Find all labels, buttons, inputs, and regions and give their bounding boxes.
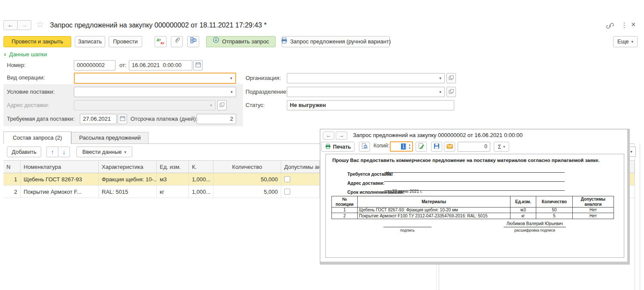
preview-button[interactable]: [359, 142, 370, 152]
chevron-down-icon: ▾: [125, 147, 127, 157]
forward-button[interactable]: →: [336, 131, 347, 140]
doc-address-label: Адрес доставки:: [347, 180, 385, 186]
doc-delivery-required-value: Нет: [384, 166, 565, 173]
chevron-down-icon: ▾: [631, 37, 633, 47]
department-open-button[interactable]: [447, 87, 456, 97]
back-button[interactable]: ←: [3, 20, 18, 30]
doc-deadline-value: до 27 июня 2021 г.: [384, 184, 565, 191]
forward-icon: →: [21, 21, 27, 28]
page-edge-line: [436, 265, 437, 290]
post-button[interactable]: Провести: [109, 36, 142, 47]
cell-n[interactable]: 2: [3, 186, 21, 198]
email-button[interactable]: [444, 142, 455, 152]
more-button[interactable]: Еще▾: [613, 36, 638, 47]
operation-combo[interactable]: Закупка ▾: [74, 73, 236, 84]
col-k[interactable]: К.: [189, 161, 213, 173]
payment-delay-field[interactable]: 2: [197, 114, 236, 124]
structure-button[interactable]: [187, 36, 199, 47]
calendar-icon: [120, 115, 125, 123]
col-nomenclature[interactable]: Номенклатура: [21, 161, 99, 173]
preview-icon: [361, 143, 368, 151]
open-icon: [449, 88, 454, 96]
favorite-star-icon[interactable]: ☆: [36, 19, 44, 30]
add-row-button[interactable]: Добавить: [7, 147, 41, 157]
cell-nomenclature[interactable]: Щебень ГОСТ 8267-93: [21, 173, 99, 185]
organization-open-button[interactable]: [447, 73, 456, 83]
close-icon[interactable]: ×: [631, 20, 636, 29]
cell-quantity[interactable]: 50,000: [213, 173, 281, 185]
save-button[interactable]: [431, 142, 442, 152]
analogs-checkbox[interactable]: [284, 176, 290, 182]
date-field[interactable]: 16.06.2021 0:00:00: [129, 60, 192, 70]
floppy-icon: [434, 143, 440, 150]
menu-dots-icon[interactable]: ⋮: [621, 21, 628, 29]
open-icon: [219, 101, 225, 109]
manual-request-button[interactable]: Запрос предложения (ручной вариант): [282, 36, 390, 47]
page-number-field[interactable]: 0: [458, 142, 490, 152]
cell-characteristic[interactable]: RAL: 5015: [99, 186, 157, 198]
signatory-name: Любимов Валерий Юрьевич: [504, 221, 566, 226]
send-request-button[interactable]: Отправить запрос: [206, 36, 276, 47]
back-button[interactable]: ←: [323, 131, 334, 140]
post-and-close-button[interactable]: Провести и закрыть: [3, 36, 71, 47]
edit-button[interactable]: [416, 142, 427, 152]
print-window-title: Запрос предложений на закупку 000000002 …: [353, 132, 522, 138]
up-arrow-icon: ↑: [51, 147, 54, 157]
link-icon[interactable]: [606, 22, 614, 31]
header-section-toggle[interactable]: ∨ Данные шапки: [3, 51, 47, 58]
col-quantity[interactable]: Количество: [213, 161, 281, 173]
forward-button[interactable]: →: [17, 20, 31, 30]
date-calendar-button[interactable]: [193, 60, 203, 70]
attachments-button[interactable]: [171, 36, 183, 47]
enter-data-button[interactable]: Ввести данные▾: [76, 147, 132, 157]
move-down-button[interactable]: ↓: [58, 147, 70, 157]
window-scrollbar-border[interactable]: [640, 144, 640, 290]
write-button[interactable]: Записать: [75, 36, 105, 47]
department-combo[interactable]: ▾: [287, 87, 445, 97]
analogs-checkbox[interactable]: [284, 189, 290, 195]
cell-k[interactable]: 1,000...: [189, 173, 213, 185]
cell-unit[interactable]: м3: [157, 173, 189, 185]
dtkt-register-button[interactable]: Дт Кт: [155, 36, 167, 47]
tab-request-content[interactable]: Состав запроса (2): [3, 131, 71, 144]
delivery-condition-combo[interactable]: Самовывоз ▾: [74, 87, 236, 97]
chevron-down-icon: ▾: [228, 73, 234, 83]
cell-characteristic[interactable]: Фракция щебня: 10-...: [99, 173, 157, 185]
delivery-address-open-button[interactable]: [217, 100, 227, 110]
delivery-address-combo[interactable]: ▾: [74, 100, 216, 110]
delivery-address-label: Адрес доставки:: [7, 100, 49, 110]
sum-button[interactable]: Σ▾: [494, 142, 509, 152]
col-n[interactable]: N: [3, 161, 21, 173]
copies-spinner[interactable]: 1 ▴ ▾: [390, 141, 413, 152]
doc-table: № позиции Материалы Ед.изм. Количество Д…: [331, 196, 614, 219]
copies-label: Копий:: [374, 143, 389, 149]
chevron-down-icon: ▾: [229, 87, 234, 97]
spinner-buttons[interactable]: ▴ ▾: [407, 143, 412, 150]
signature-name-line: [504, 227, 566, 227]
organization-label: Организация:: [246, 73, 281, 83]
col-unit[interactable]: Ед. изм.: [157, 161, 189, 173]
move-up-button[interactable]: ↑: [46, 147, 58, 157]
print-button[interactable]: Печать: [321, 142, 355, 152]
organization-combo[interactable]: КомплектСтрой ООО ▾: [287, 73, 445, 83]
chevron-down-icon: ▾: [503, 145, 505, 149]
payment-delay-label: Отсрочка платежа (дней):: [131, 114, 197, 124]
paperclip-icon: [174, 37, 180, 47]
number-label: Номер:: [7, 60, 26, 70]
doc-table-header: № позиции Материалы Ед.изм. Количество Д…: [332, 196, 614, 208]
tab-proposal-mailing[interactable]: Рассылка предложений: [71, 132, 149, 143]
doc-address-value: [384, 175, 565, 182]
required-date-field[interactable]: 27.06.2021: [80, 114, 117, 124]
cell-quantity[interactable]: 5,000: [213, 186, 281, 198]
cell-k[interactable]: 1,000...: [189, 186, 213, 198]
send-icon: [213, 37, 219, 47]
open-icon: [449, 74, 454, 82]
number-field[interactable]: 000000002: [74, 60, 115, 70]
cell-nomenclature[interactable]: Покрытие Армокот F...: [21, 186, 99, 198]
cell-n[interactable]: 1: [3, 173, 21, 185]
required-date-label: Требуемая дата поставки:: [7, 114, 75, 124]
col-characteristic[interactable]: Характеристика: [99, 161, 157, 173]
required-date-calendar-button[interactable]: [118, 114, 127, 124]
cell-unit[interactable]: кг: [157, 186, 189, 198]
col-analogs[interactable]: Допустимы ан: [281, 161, 320, 173]
